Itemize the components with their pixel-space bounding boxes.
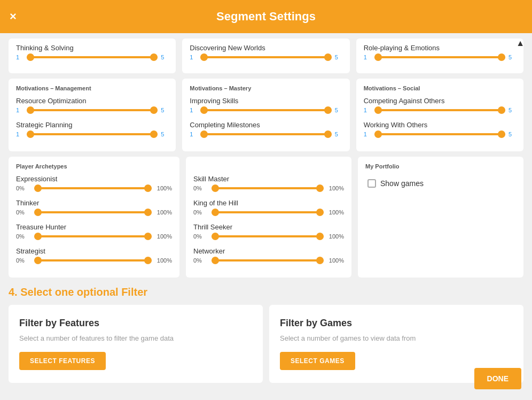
slider-container-improving[interactable]: 1 5 bbox=[190, 107, 342, 113]
done-button[interactable]: DONE bbox=[474, 368, 521, 389]
slider-bar-resource[interactable] bbox=[27, 109, 158, 111]
filter-features-card: Filter by Features Select a number of fe… bbox=[9, 305, 263, 383]
pct-slider-kinghill[interactable]: 0% 100% bbox=[193, 209, 344, 216]
pct-min-networker: 0% bbox=[193, 257, 208, 264]
thumb-right-strategist[interactable] bbox=[144, 257, 152, 264]
thumb-right-strategic[interactable] bbox=[150, 130, 158, 138]
slider-thumb-right-thinking[interactable] bbox=[150, 53, 158, 61]
slider-row-thrillseeker: Thrill Seeker 0% 100% bbox=[193, 223, 344, 240]
slider-container-completing[interactable]: 1 5 bbox=[190, 131, 342, 137]
slider-container-strategic[interactable]: 1 5 bbox=[16, 131, 168, 137]
slider-max-roleplaying: 5 bbox=[508, 54, 516, 60]
pct-bar-expressionist[interactable] bbox=[34, 187, 152, 189]
top-row: Thinking & Solving 1 5 Discovering New W… bbox=[9, 33, 523, 73]
slider-bar-working[interactable] bbox=[374, 133, 505, 135]
slider-container-competing[interactable]: 1 5 bbox=[364, 107, 516, 113]
pct-min-expressionist: 0% bbox=[16, 185, 31, 191]
slider-thumb-right-discovering[interactable] bbox=[324, 53, 332, 61]
pct-slider-skillmaster[interactable]: 0% 100% bbox=[193, 185, 344, 191]
pct-max-thrillseeker: 100% bbox=[327, 233, 344, 240]
scroll-up-icon[interactable]: ▲ bbox=[516, 39, 525, 48]
slider-thumb-left-thinking[interactable] bbox=[27, 53, 34, 61]
thumb-right-resource[interactable] bbox=[150, 106, 158, 114]
slider-track-bar-thinking[interactable] bbox=[27, 56, 158, 58]
thumb-left-treasure[interactable] bbox=[34, 233, 42, 240]
thumb-right-treasure[interactable] bbox=[144, 233, 152, 240]
slider-min-completing: 1 bbox=[190, 131, 197, 137]
thumb-right-thinker[interactable] bbox=[144, 209, 152, 216]
filter-games-desc: Select a number of games to view data fr… bbox=[280, 334, 513, 342]
pct-slider-thinker[interactable]: 0% 100% bbox=[16, 209, 172, 216]
pct-bar-treasure[interactable] bbox=[34, 235, 152, 237]
select-features-button[interactable]: SELECT FEATURES bbox=[19, 352, 106, 370]
card-management: Motivations – Management Resource Optimi… bbox=[9, 79, 176, 151]
pct-slider-treasure[interactable]: 0% 100% bbox=[16, 233, 172, 240]
show-games-row[interactable]: Show games bbox=[365, 175, 516, 192]
thumb-right-competing[interactable] bbox=[498, 106, 505, 114]
thumb-right-expressionist[interactable] bbox=[144, 184, 152, 192]
slider-container-working[interactable]: 1 5 bbox=[364, 131, 516, 137]
thumb-left-kinghill[interactable] bbox=[212, 209, 219, 216]
close-button[interactable]: × bbox=[10, 10, 17, 24]
slider-row-resource: Resource Optimization 1 5 bbox=[16, 97, 168, 113]
pct-bar-kinghill[interactable] bbox=[212, 211, 324, 213]
slider-label-treasure: Treasure Hunter bbox=[16, 223, 172, 231]
thumb-left-thrillseeker[interactable] bbox=[212, 233, 219, 240]
thumb-right-skillmaster[interactable] bbox=[316, 184, 324, 192]
thumb-left-skillmaster[interactable] bbox=[212, 184, 219, 192]
slider-label-working: Working With Others bbox=[364, 121, 516, 129]
slider-bar-competing[interactable] bbox=[374, 109, 505, 111]
thumb-right-kinghill[interactable] bbox=[316, 209, 324, 216]
thumb-left-strategic[interactable] bbox=[27, 130, 34, 138]
pct-slider-thrillseeker[interactable]: 0% 100% bbox=[193, 233, 344, 240]
slider-row-strategist: Strategist 0% 100% bbox=[16, 247, 172, 264]
pct-slider-strategist[interactable]: 0% 100% bbox=[16, 257, 172, 264]
thumb-right-thrillseeker[interactable] bbox=[316, 233, 324, 240]
thumb-left-resource[interactable] bbox=[27, 106, 34, 114]
slider-min-working: 1 bbox=[364, 131, 371, 137]
thumb-left-working[interactable] bbox=[374, 130, 382, 138]
slider-track-roleplaying[interactable]: 1 5 bbox=[364, 54, 516, 60]
slider-track-thinking[interactable]: 1 5 bbox=[16, 54, 168, 60]
slider-thumb-right-roleplaying[interactable] bbox=[498, 53, 505, 61]
slider-thumb-left-discovering[interactable] bbox=[200, 53, 208, 61]
thumb-right-networker[interactable] bbox=[316, 257, 324, 264]
slider-thumb-left-roleplaying[interactable] bbox=[374, 53, 382, 61]
slider-min-strategic: 1 bbox=[16, 131, 24, 137]
slider-container-resource[interactable]: 1 5 bbox=[16, 107, 168, 113]
slider-bar-completing[interactable] bbox=[200, 133, 331, 135]
show-games-checkbox[interactable] bbox=[367, 179, 376, 188]
thumb-left-competing[interactable] bbox=[374, 106, 382, 114]
pct-bar-networker[interactable] bbox=[212, 259, 324, 261]
thumb-left-thinker[interactable] bbox=[34, 209, 42, 216]
slider-bar-strategic[interactable] bbox=[27, 133, 158, 135]
thumb-left-improving[interactable] bbox=[200, 106, 208, 114]
thumb-left-expressionist[interactable] bbox=[34, 184, 42, 192]
thumb-left-networker[interactable] bbox=[212, 257, 219, 264]
slider-bar-improving[interactable] bbox=[200, 109, 331, 111]
show-games-label: Show games bbox=[380, 179, 424, 188]
pct-slider-networker[interactable]: 0% 100% bbox=[193, 257, 344, 264]
thumb-right-completing[interactable] bbox=[324, 130, 332, 138]
slider-min-competing: 1 bbox=[364, 107, 371, 113]
slider-label-kinghill: King of the Hill bbox=[193, 199, 344, 207]
thumb-left-completing[interactable] bbox=[200, 130, 208, 138]
thumb-right-working[interactable] bbox=[498, 130, 505, 138]
slider-track-bar-roleplaying[interactable] bbox=[374, 56, 505, 58]
slider-label-resource: Resource Optimization bbox=[16, 97, 168, 105]
pct-bar-skillmaster[interactable] bbox=[212, 187, 324, 189]
slider-track-bar-discovering[interactable] bbox=[200, 56, 331, 58]
thumb-left-strategist[interactable] bbox=[34, 257, 42, 264]
thumb-right-improving[interactable] bbox=[324, 106, 332, 114]
slider-track-discovering[interactable]: 1 5 bbox=[190, 54, 342, 60]
slider-max-strategic: 5 bbox=[161, 131, 168, 137]
step4-heading: 4. Select one optional Filter bbox=[9, 286, 523, 298]
management-section-label: Motivations – Management bbox=[16, 85, 168, 91]
pct-bar-thrillseeker[interactable] bbox=[212, 235, 324, 237]
top-card-thinking: Thinking & Solving 1 5 bbox=[9, 39, 176, 73]
pct-slider-expressionist[interactable]: 0% 100% bbox=[16, 185, 172, 191]
select-games-button[interactable]: SELECT GAMES bbox=[280, 352, 355, 370]
pct-bar-thinker[interactable] bbox=[34, 211, 152, 213]
portfolio-card: My Portfolio Show games bbox=[358, 157, 523, 278]
pct-bar-strategist[interactable] bbox=[34, 259, 152, 261]
